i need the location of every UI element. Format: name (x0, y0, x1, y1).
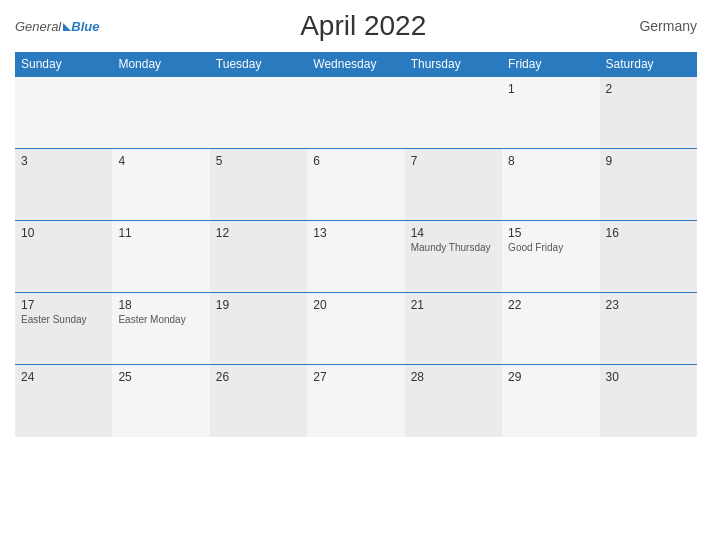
day-number: 5 (216, 154, 301, 168)
calendar-cell: 26 (210, 365, 307, 437)
calendar-cell: 14Maundy Thursday (405, 221, 502, 293)
day-number: 8 (508, 154, 593, 168)
calendar-cell: 23 (600, 293, 697, 365)
calendar-cell: 15Good Friday (502, 221, 599, 293)
calendar-container: General Blue April 2022 Germany SundayMo… (0, 0, 712, 550)
weekday-header-saturday: Saturday (600, 52, 697, 77)
weekday-header-wednesday: Wednesday (307, 52, 404, 77)
day-number: 24 (21, 370, 106, 384)
calendar-cell (210, 77, 307, 149)
week-row: 12 (15, 77, 697, 149)
day-number: 16 (606, 226, 691, 240)
day-number: 10 (21, 226, 106, 240)
day-number: 28 (411, 370, 496, 384)
week-row: 24252627282930 (15, 365, 697, 437)
logo-blue: Blue (71, 19, 99, 34)
day-number: 6 (313, 154, 398, 168)
calendar-cell: 21 (405, 293, 502, 365)
weekday-header-friday: Friday (502, 52, 599, 77)
calendar-cell: 25 (112, 365, 209, 437)
logo-triangle-icon (63, 23, 71, 31)
calendar-grid: SundayMondayTuesdayWednesdayThursdayFrid… (15, 52, 697, 437)
calendar-cell: 9 (600, 149, 697, 221)
calendar-cell: 20 (307, 293, 404, 365)
day-number: 27 (313, 370, 398, 384)
day-number: 1 (508, 82, 593, 96)
holiday-label: Good Friday (508, 242, 593, 253)
logo: General Blue (15, 17, 99, 35)
calendar-cell: 17Easter Sunday (15, 293, 112, 365)
weekday-header-tuesday: Tuesday (210, 52, 307, 77)
calendar-cell: 29 (502, 365, 599, 437)
holiday-label: Easter Sunday (21, 314, 106, 325)
day-number: 12 (216, 226, 301, 240)
day-number: 21 (411, 298, 496, 312)
calendar-cell: 12 (210, 221, 307, 293)
day-number: 22 (508, 298, 593, 312)
day-number: 26 (216, 370, 301, 384)
day-number: 7 (411, 154, 496, 168)
holiday-label: Easter Monday (118, 314, 203, 325)
calendar-cell: 7 (405, 149, 502, 221)
day-number: 4 (118, 154, 203, 168)
calendar-cell: 28 (405, 365, 502, 437)
day-number: 29 (508, 370, 593, 384)
calendar-cell: 1 (502, 77, 599, 149)
week-row: 17Easter Sunday18Easter Monday1920212223 (15, 293, 697, 365)
holiday-label: Maundy Thursday (411, 242, 496, 253)
week-row: 1011121314Maundy Thursday15Good Friday16 (15, 221, 697, 293)
calendar-cell: 24 (15, 365, 112, 437)
header: General Blue April 2022 Germany (15, 10, 697, 42)
calendar-cell: 18Easter Monday (112, 293, 209, 365)
calendar-cell: 13 (307, 221, 404, 293)
calendar-cell: 5 (210, 149, 307, 221)
calendar-cell: 19 (210, 293, 307, 365)
weekday-header-thursday: Thursday (405, 52, 502, 77)
day-number: 19 (216, 298, 301, 312)
calendar-cell: 2 (600, 77, 697, 149)
day-number: 11 (118, 226, 203, 240)
calendar-cell (112, 77, 209, 149)
day-number: 30 (606, 370, 691, 384)
calendar-cell: 4 (112, 149, 209, 221)
calendar-cell (405, 77, 502, 149)
day-number: 18 (118, 298, 203, 312)
week-row: 3456789 (15, 149, 697, 221)
calendar-cell: 6 (307, 149, 404, 221)
day-number: 15 (508, 226, 593, 240)
calendar-title: April 2022 (99, 10, 627, 42)
calendar-cell: 10 (15, 221, 112, 293)
day-number: 9 (606, 154, 691, 168)
weekday-header-row: SundayMondayTuesdayWednesdayThursdayFrid… (15, 52, 697, 77)
day-number: 2 (606, 82, 691, 96)
weekday-header-sunday: Sunday (15, 52, 112, 77)
calendar-cell (307, 77, 404, 149)
day-number: 23 (606, 298, 691, 312)
weekday-header-monday: Monday (112, 52, 209, 77)
calendar-cell: 22 (502, 293, 599, 365)
calendar-cell: 27 (307, 365, 404, 437)
day-number: 14 (411, 226, 496, 240)
day-number: 20 (313, 298, 398, 312)
calendar-cell: 3 (15, 149, 112, 221)
calendar-cell: 16 (600, 221, 697, 293)
day-number: 17 (21, 298, 106, 312)
calendar-cell (15, 77, 112, 149)
day-number: 13 (313, 226, 398, 240)
day-number: 25 (118, 370, 203, 384)
logo-general: General (15, 19, 61, 34)
day-number: 3 (21, 154, 106, 168)
calendar-cell: 11 (112, 221, 209, 293)
country-label: Germany (627, 18, 697, 34)
calendar-cell: 8 (502, 149, 599, 221)
calendar-cell: 30 (600, 365, 697, 437)
